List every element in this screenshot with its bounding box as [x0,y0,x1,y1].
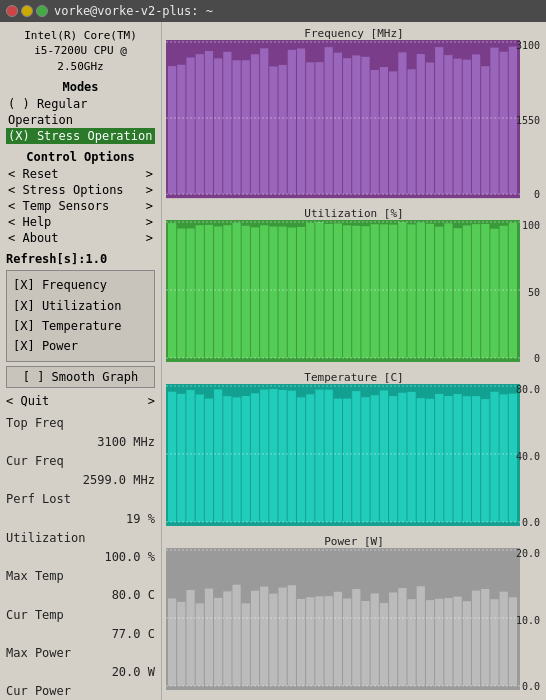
svg-rect-113 [426,399,434,522]
svg-rect-46 [196,225,204,358]
svg-rect-14 [288,50,296,194]
svg-rect-16 [306,62,314,194]
power-chart: Power [W] 20.0 10.0 0.0 [166,534,542,696]
svg-rect-89 [205,399,213,522]
cb-temperature[interactable]: [X] Temperature [13,316,148,336]
svg-rect-13 [279,65,287,194]
power-ymax: 20.0 [516,548,540,559]
svg-rect-150 [380,603,388,686]
svg-rect-31 [444,55,452,194]
svg-rect-49 [223,225,231,358]
window-controls[interactable] [6,5,48,17]
svg-rect-95 [260,390,268,522]
stat-cur-freq: Cur Freq [6,452,155,471]
maximize-button[interactable] [36,5,48,17]
svg-rect-79 [500,226,508,358]
close-button[interactable] [6,5,18,17]
svg-rect-117 [463,396,471,522]
stat-cur-temp: Cur Temp [6,606,155,625]
menu-stress-options[interactable]: < Stress Options > [6,182,155,198]
freq-ymax: 3100 [516,40,540,51]
svg-rect-63 [352,226,360,358]
svg-rect-99 [297,397,305,522]
svg-rect-23 [371,70,379,194]
svg-rect-135 [242,603,250,686]
svg-rect-145 [334,592,342,686]
mode-stress[interactable]: (X) Stress Operation [6,128,155,144]
svg-rect-43 [168,223,176,358]
svg-rect-93 [242,396,250,522]
temperature-title: Temperature [C] [166,371,542,384]
svg-rect-64 [361,226,369,358]
refresh-label: Refresh[s]:1.0 [6,252,155,266]
svg-rect-108 [380,391,388,523]
modes-label: Modes [6,80,155,94]
svg-rect-146 [343,599,351,686]
svg-rect-100 [306,394,314,522]
menu-reset[interactable]: < Reset > [6,166,155,182]
svg-rect-7 [223,52,231,194]
freq-ymid: 1550 [516,115,540,126]
menu-about[interactable]: < About > [6,230,155,246]
svg-rect-34 [472,54,480,194]
svg-rect-127 [168,598,176,686]
svg-rect-75 [463,226,471,359]
svg-rect-151 [389,593,397,686]
svg-rect-87 [186,390,194,522]
svg-rect-160 [472,591,480,686]
svg-rect-26 [398,52,406,194]
svg-rect-72 [435,227,443,358]
svg-rect-56 [288,228,296,358]
minimize-button[interactable] [21,5,33,17]
svg-rect-111 [407,392,415,522]
svg-rect-148 [361,601,369,686]
svg-rect-118 [472,396,480,522]
svg-rect-85 [168,392,176,522]
svg-rect-115 [444,396,452,522]
mode-regular[interactable]: ( ) Regular [6,96,155,112]
svg-rect-101 [315,390,323,522]
svg-rect-8 [232,60,240,194]
cb-utilization[interactable]: [X] Utilization [13,296,148,316]
cb-frequency[interactable]: [X] Frequency [13,275,148,295]
svg-rect-107 [371,395,379,522]
svg-rect-5 [205,51,213,194]
mode-operation[interactable]: Operation [6,112,155,128]
svg-rect-25 [389,71,397,194]
quit-item[interactable]: < Quit > [6,394,155,408]
svg-rect-121 [500,395,508,523]
svg-rect-47 [205,225,213,358]
svg-rect-136 [251,591,259,686]
svg-rect-76 [472,224,480,358]
window-title: vorke@vorke-v2-plus: ~ [54,4,213,18]
title-bar: vorke@vorke-v2-plus: ~ [0,0,546,22]
svg-rect-137 [260,587,268,686]
freq-ymin: 0 [534,189,540,200]
svg-rect-161 [481,589,489,686]
svg-rect-60 [325,224,333,358]
temperature-chart: Temperature [C] 80.0 40.0 0.0 [166,370,542,532]
svg-rect-20 [343,58,351,194]
svg-rect-32 [454,59,462,195]
stat-perf-lost: Perf Lost [6,490,155,509]
svg-rect-102 [325,390,333,522]
smooth-graph-button[interactable]: [ ] Smooth Graph [6,366,155,388]
svg-rect-71 [426,224,434,358]
svg-rect-37 [500,52,508,194]
svg-rect-144 [325,596,333,686]
svg-rect-69 [407,225,415,359]
temp-ymid: 40.0 [516,451,540,462]
svg-rect-24 [380,67,388,194]
stat-max-power: Max Power [6,644,155,663]
svg-rect-97 [279,390,287,522]
menu-help[interactable]: < Help > [6,214,155,230]
stat-max-temp: Max Temp [6,567,155,586]
cb-power[interactable]: [X] Power [13,336,148,356]
svg-rect-45 [186,229,194,359]
svg-rect-132 [214,598,222,686]
svg-rect-128 [177,602,185,686]
svg-rect-139 [279,588,287,686]
svg-rect-36 [490,48,498,194]
temp-ymax: 80.0 [516,384,540,395]
menu-temp-sensors[interactable]: < Temp Sensors > [6,198,155,214]
